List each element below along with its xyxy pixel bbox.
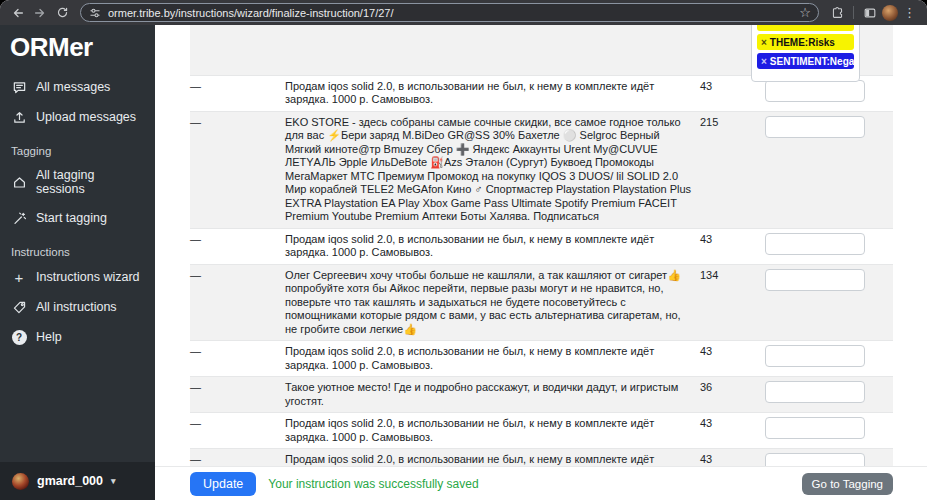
message-text [285,25,700,75]
site-info-tune-icon[interactable] [88,6,102,20]
reload-icon[interactable] [52,3,72,23]
sidebar-item-label: Start tagging [36,211,107,225]
row-dash-icon: — [190,377,285,413]
main-area: — Продам iqos solid 2.0, в использовании… [155,25,927,500]
messages-table-wrap: — Продам iqos solid 2.0, в использовании… [155,25,927,466]
row-dash-icon: — [190,264,285,341]
tag-input[interactable] [765,345,865,367]
tag-chip-label: THEME:Risks [770,37,835,48]
sidebar-item-instructions-wizard[interactable]: + Instructions wizard [0,262,155,292]
message-count: 43 [700,228,755,264]
sidebar-item-label: All messages [36,80,110,94]
message-count: 43 [700,413,755,449]
sidebar-item-help[interactable]: ? Help [0,322,155,352]
wand-icon [11,210,27,226]
tag-input[interactable] [765,417,865,439]
tag-input[interactable] [765,381,865,403]
sidebar-item-label: Help [36,330,62,344]
bookmark-star-icon[interactable]: ☆ [799,6,811,19]
tag-chip[interactable]: ×SENTIMENT:Negative [757,53,854,69]
sidebar-section-tagging: Tagging [0,132,155,161]
status-message: Your instruction was successfully saved [268,477,478,491]
row-dash-icon: — [190,75,285,111]
browser-toolbar: ormer.tribe.by/instructions/wizard/final… [0,0,927,25]
remove-chip-icon[interactable]: × [761,37,767,48]
sidebar-item-label: All tagging sessions [36,168,144,196]
table-row: — Продам iqos solid 2.0, в использовании… [190,449,893,467]
tag-input[interactable] [765,269,865,291]
message-count: 215 [700,111,755,228]
tag-chip-partial[interactable] [757,25,854,31]
sidebar-item-label: Upload messages [36,110,136,124]
sidebar-item-all-tagging-sessions[interactable]: All tagging sessions [0,161,155,203]
table-row: — Такое уютное место! Где и подробно рас… [190,377,893,413]
app-logo: ORMer [0,25,155,72]
row-dash-icon: — [190,413,285,449]
message-text: Олег Сергеевич хочу чтобы больше не кашл… [285,264,700,341]
user-menu[interactable]: gmard_000 ▾ [0,462,155,500]
question-icon: ? [11,329,27,345]
table-row: — Олег Сергеевич хочу чтобы больше не ка… [190,264,893,341]
upload-icon [11,109,27,125]
message-text: Продам iqos solid 2.0, в использовании н… [285,449,700,467]
table-row: — EKO STORE - здесь собраны самые сочные… [190,111,893,228]
extensions-icon[interactable] [827,3,847,23]
sidebar-item-all-instructions[interactable]: All instructions [0,292,155,322]
table-row: — Продам iqos solid 2.0, в использовании… [190,228,893,264]
sidebar: ORMer All messages Upload messages Taggi… [0,25,155,500]
toolbar-divider [853,6,854,19]
message-count: 43 [700,449,755,467]
messages-table: — Продам iqos solid 2.0, в использовании… [190,25,893,466]
remove-chip-icon[interactable]: × [761,56,767,67]
message-count: 134 [700,264,755,341]
sidebar-item-label: All instructions [36,300,117,314]
tag-input[interactable] [765,80,865,102]
browser-menu-icon[interactable]: ⋮ [900,6,919,19]
message-count: 43 [700,75,755,111]
message-text: EKO STORE - здесь собраны самые сочные с… [285,111,700,228]
message-icon [11,79,27,95]
tag-input[interactable] [765,116,865,138]
tag-multiselect[interactable]: ×THEME:Risks×SENTIMENT:Negative [751,25,860,82]
message-count [700,25,755,75]
message-count: 43 [700,341,755,377]
home-icon [11,174,27,190]
browser-window: ormer.tribe.by/instructions/wizard/final… [0,0,927,500]
sidebar-item-start-tagging[interactable]: Start tagging [0,203,155,233]
row-dash-icon: — [190,111,285,228]
row-dash-icon: — [190,341,285,377]
chevron-down-icon: ▾ [111,476,116,486]
update-button[interactable]: Update [190,472,256,496]
table-row: — Продам iqos solid 2.0, в использовании… [190,341,893,377]
message-text: Продам iqos solid 2.0, в использовании н… [285,341,700,377]
tag-chip-label: SENTIMENT:Negative [770,56,854,67]
side-panel-icon[interactable] [860,3,880,23]
sidebar-item-all-messages[interactable]: All messages [0,72,155,102]
go-to-tagging-button[interactable]: Go to Tagging [802,473,893,495]
forward-icon[interactable] [30,3,50,23]
browser-profile-avatar[interactable] [882,5,898,21]
username: gmard_000 [37,474,103,488]
tag-input[interactable] [765,453,865,466]
url-text[interactable]: ormer.tribe.by/instructions/wizard/final… [108,7,793,19]
sidebar-item-upload-messages[interactable]: Upload messages [0,102,155,132]
footer-bar: Update Your instruction was successfully… [155,466,927,500]
message-count: 36 [700,377,755,413]
row-dash-icon [190,25,285,75]
sidebar-section-instructions: Instructions [0,233,155,262]
user-avatar [12,473,29,490]
url-bar[interactable]: ormer.tribe.by/instructions/wizard/final… [80,3,819,22]
table-row: — Продам iqos solid 2.0, в использовании… [190,413,893,449]
tag-icon [11,299,27,315]
message-text: Продам iqos solid 2.0, в использовании н… [285,413,700,449]
back-icon[interactable] [8,3,28,23]
tag-input[interactable] [765,233,865,255]
row-dash-icon: — [190,228,285,264]
tag-chip[interactable]: ×THEME:Risks [757,34,854,50]
plus-icon: + [11,269,27,285]
row-dash-icon: — [190,449,285,467]
sidebar-item-label: Instructions wizard [36,270,140,284]
message-text: Продам iqos solid 2.0, в использовании н… [285,75,700,111]
message-text: Продам iqos solid 2.0, в использовании н… [285,228,700,264]
message-text: Такое уютное место! Где и подробно расск… [285,377,700,413]
